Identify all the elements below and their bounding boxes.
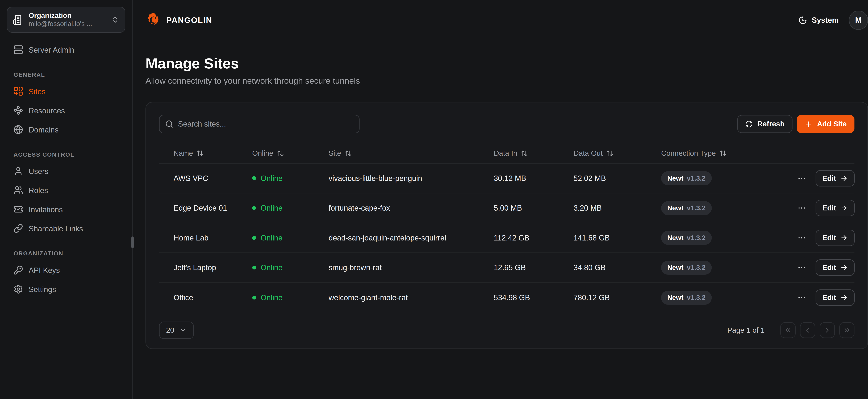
building-icon [13, 14, 24, 25]
cell-connection-type: Newtv1.3.2 [661, 171, 796, 185]
cell-data-out: 780.12 GB [574, 293, 661, 302]
topbar: PANGOLIN System M [133, 0, 868, 40]
org-switcher[interactable]: Organization milo@fossorial.io's ... [7, 7, 125, 33]
cell-online: Online [252, 234, 329, 242]
gear-icon [13, 284, 23, 294]
sidebar-item-api-keys[interactable]: API Keys [5, 261, 126, 279]
column-header-connection-type[interactable]: Connection Type [661, 149, 796, 157]
cell-name: Home Lab [174, 234, 252, 242]
server-icon [13, 45, 23, 55]
cell-name: Edge Device 01 [174, 204, 252, 212]
theme-label: System [812, 16, 839, 25]
last-page-button[interactable] [839, 322, 855, 338]
user-avatar[interactable]: M [849, 10, 868, 30]
sidebar-item-server-admin[interactable]: Server Admin [5, 40, 126, 59]
table-body: AWS VPC Online vivacious-little-blue-pen… [159, 163, 855, 312]
row-menu-button[interactable] [796, 262, 807, 273]
moon-icon [798, 16, 807, 25]
cell-online: Online [252, 174, 329, 183]
app-logo[interactable]: PANGOLIN [146, 12, 212, 28]
table-header-row: Name Online Site Data In [159, 144, 855, 163]
column-header-data-in[interactable]: Data In [494, 149, 574, 157]
row-menu-button[interactable] [796, 203, 807, 214]
cell-site: fortunate-cape-fox [329, 204, 494, 212]
connection-badge: Newtv1.3.2 [661, 171, 712, 185]
sidebar-item-roles[interactable]: Roles [5, 181, 126, 200]
sidebar-item-shareable-links[interactable]: Shareable Links [5, 219, 126, 238]
sort-icon [521, 150, 528, 157]
sidebar-resize-handle[interactable] [131, 237, 134, 248]
chevron-right-icon [824, 326, 831, 334]
edit-button[interactable]: Edit [815, 230, 855, 246]
cell-name: Office [174, 293, 252, 302]
sidebar-item-settings[interactable]: Settings [5, 280, 126, 299]
cell-online: Online [252, 204, 329, 212]
cell-data-in: 5.00 MB [494, 204, 574, 212]
status-badge: Online [260, 174, 282, 183]
globe-icon [13, 125, 23, 134]
sidebar-item-domains[interactable]: Domains [5, 120, 126, 139]
table-row: Office Online welcome-giant-mole-rat 534… [159, 283, 855, 312]
sidebar-section-general: GENERAL [13, 71, 119, 78]
edit-button[interactable]: Edit [815, 289, 855, 306]
sidebar-item-label: Settings [29, 285, 56, 293]
previous-page-button[interactable] [800, 322, 815, 338]
search-input[interactable] [178, 120, 353, 128]
cell-data-out: 3.20 MB [574, 204, 661, 212]
column-header-name[interactable]: Name [174, 149, 252, 157]
sidebar-item-sites[interactable]: Sites [5, 82, 126, 101]
page-info: Page 1 of 1 [727, 326, 765, 334]
first-page-button[interactable] [780, 322, 796, 338]
cell-data-out: 141.68 GB [574, 234, 661, 242]
pangolin-logo-icon [146, 12, 162, 28]
cell-site: vivacious-little-blue-penguin [329, 174, 494, 183]
cell-data-out: 34.80 GB [574, 263, 661, 272]
search-icon [165, 120, 174, 128]
row-menu-button[interactable] [796, 292, 807, 303]
cell-data-in: 534.98 GB [494, 293, 574, 302]
edit-button[interactable]: Edit [815, 170, 855, 186]
main-area: PANGOLIN System M Manage Sites Allow con… [133, 0, 868, 399]
content: Manage Sites Allow connectivity to your … [133, 40, 868, 349]
add-site-button[interactable]: Add Site [797, 115, 855, 133]
sort-icon [719, 150, 726, 157]
sidebar-item-invitations[interactable]: Invitations [5, 200, 126, 219]
page-subtitle: Allow connectivity to your network throu… [146, 76, 868, 86]
topbar-right: System M [798, 10, 868, 30]
theme-toggle-button[interactable]: System [798, 16, 839, 25]
cell-online: Online [252, 293, 329, 302]
sidebar-item-users[interactable]: Users [5, 162, 126, 180]
edit-button[interactable]: Edit [815, 259, 855, 276]
cell-site: welcome-giant-mole-rat [329, 293, 494, 302]
cell-data-in: 12.65 GB [494, 263, 574, 272]
sidebar-item-label: Sites [29, 87, 45, 95]
users-icon [13, 185, 23, 195]
page-header: Manage Sites Allow connectivity to your … [146, 55, 868, 86]
search-box [159, 115, 360, 133]
org-switcher-texts: Organization milo@fossorial.io's ... [29, 11, 106, 28]
sidebar-item-resources[interactable]: Resources [5, 101, 126, 120]
connection-badge: Newtv1.3.2 [661, 290, 712, 305]
row-menu-button[interactable] [796, 232, 807, 243]
cell-actions: Edit [796, 170, 855, 186]
refresh-button[interactable]: Refresh [737, 115, 793, 133]
sidebar-section-access-control: ACCESS CONTROL [13, 151, 119, 158]
column-header-site[interactable]: Site [329, 149, 494, 157]
edit-button[interactable]: Edit [815, 200, 855, 216]
row-menu-button[interactable] [796, 173, 807, 184]
cell-site: smug-brown-rat [329, 263, 494, 272]
sort-icon [345, 150, 352, 157]
chevrons-right-icon [843, 326, 851, 334]
online-dot [252, 266, 256, 270]
refresh-label: Refresh [757, 120, 785, 128]
next-page-button[interactable] [820, 322, 835, 338]
column-header-online[interactable]: Online [252, 149, 329, 157]
online-dot [252, 176, 256, 180]
page-size-select[interactable]: 20 [159, 321, 194, 339]
logo-text: PANGOLIN [166, 16, 212, 25]
chevrons-up-down-icon [111, 16, 119, 24]
column-header-data-out[interactable]: Data Out [574, 149, 661, 157]
sidebar-section-organization: ORGANIZATION [13, 250, 119, 257]
sidebar-item-label: Roles [29, 186, 48, 194]
table-row: Home Lab Online dead-san-joaquin-antelop… [159, 223, 855, 253]
